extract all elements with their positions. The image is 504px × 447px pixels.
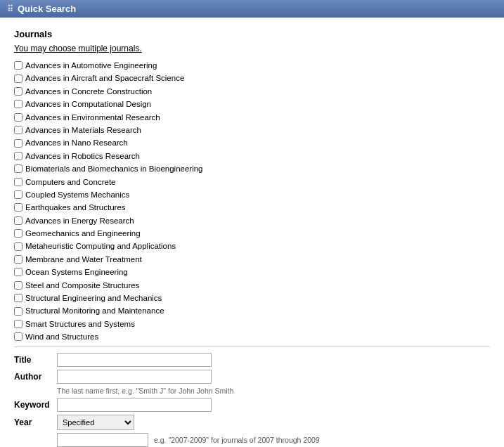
journal-checkbox[interactable] <box>14 216 22 225</box>
journal-label: Structural Monitoring and Maintenance <box>25 304 164 317</box>
journal-label: Structural Engineering and Mechanics <box>25 292 162 304</box>
journal-checkbox[interactable] <box>14 61 22 70</box>
author-input[interactable] <box>57 370 212 384</box>
journal-checkbox[interactable] <box>14 87 22 96</box>
journals-list: Advances in Automotive EngineeringAdvanc… <box>14 59 490 344</box>
journal-item: Steel and Composite Structures <box>14 279 490 292</box>
journal-label: Advances in Environmental Research <box>25 111 160 124</box>
journal-item: Advances in Aircraft and Spacecraft Scie… <box>14 72 490 84</box>
keyword-label: Keyword <box>14 400 53 410</box>
journal-label: Advances in Nano Research <box>25 136 128 149</box>
author-hint: The last name first, e.g. "Smith J" for … <box>57 387 490 395</box>
journal-label: Earthquakes and Structures <box>25 201 126 214</box>
journal-item: Metaheuristic Computing and Applications <box>14 240 490 252</box>
grip-icon: ⠿ <box>7 4 13 14</box>
journal-item: Advances in Nano Research <box>14 136 490 149</box>
journal-checkbox[interactable] <box>14 139 22 148</box>
author-row: Author <box>14 370 490 384</box>
journals-label: Journals <box>14 29 490 39</box>
journal-checkbox[interactable] <box>14 190 22 199</box>
journal-item: Biomaterials and Biomechanics in Bioengi… <box>14 162 490 175</box>
divider <box>14 346 490 347</box>
journal-checkbox[interactable] <box>14 229 22 238</box>
journal-label: Advances in Robotics Research <box>25 150 140 162</box>
journal-checkbox[interactable] <box>14 242 22 251</box>
journal-label: Advances in Energy Research <box>25 214 134 227</box>
year-label: Year <box>14 417 53 427</box>
year-select-row: Year Specified All <box>14 415 490 430</box>
journal-checkbox[interactable] <box>14 100 22 108</box>
author-label: Author <box>14 372 53 382</box>
journal-label: Wind and Structures <box>25 330 98 343</box>
header-title: Quick Search <box>18 4 76 14</box>
journal-label: Advances in Concrete Construction <box>25 85 152 98</box>
journal-checkbox[interactable] <box>14 332 22 341</box>
journal-item: Geomechanics and Engineering <box>14 227 490 240</box>
journal-label: Advances in Materials Research <box>25 124 141 136</box>
journal-label: Advances in Aircraft and Spacecraft Scie… <box>25 72 184 84</box>
journal-label: Metaheuristic Computing and Applications <box>25 240 176 252</box>
search-form: Title Author The last name first, e.g. "… <box>14 353 490 447</box>
journal-checkbox[interactable] <box>14 126 22 134</box>
journal-item: Advances in Energy Research <box>14 214 490 227</box>
year-select[interactable]: Specified All <box>57 415 134 430</box>
title-input[interactable] <box>57 353 212 367</box>
title-label: Title <box>14 355 53 365</box>
journal-label: Smart Structures and Systems <box>25 318 135 330</box>
journal-checkbox[interactable] <box>14 113 22 122</box>
journal-label: Advances in Automotive Engineering <box>25 59 157 72</box>
journal-label: Advances in Computational Design <box>25 98 151 110</box>
journal-item: Wind and Structures <box>14 330 490 343</box>
journal-item: Structural Monitoring and Maintenance <box>14 304 490 317</box>
keyword-input[interactable] <box>57 398 212 412</box>
main-content: Journals You may choose multiple journal… <box>0 18 504 447</box>
journal-item: Smart Structures and Systems <box>14 318 490 330</box>
journal-checkbox[interactable] <box>14 294 22 302</box>
journal-checkbox[interactable] <box>14 178 22 186</box>
year-input-row: e.g. "2007-2009" for journals of 2007 th… <box>57 433 490 447</box>
journal-label: Geomechanics and Engineering <box>25 227 141 240</box>
journal-item: Membrane and Water Treatment <box>14 253 490 266</box>
keyword-row: Keyword <box>14 398 490 412</box>
journal-item: Earthquakes and Structures <box>14 201 490 214</box>
quick-search-header: ⠿ Quick Search <box>0 0 504 18</box>
journal-item: Advances in Computational Design <box>14 98 490 110</box>
journals-hint: You may choose multiple journals. <box>14 44 490 53</box>
year-input[interactable] <box>57 433 148 447</box>
journal-checkbox[interactable] <box>14 203 22 212</box>
journal-item: Advances in Environmental Research <box>14 111 490 124</box>
journal-label: Computers and Concrete <box>25 176 115 188</box>
journal-checkbox[interactable] <box>14 320 22 328</box>
journal-item: Computers and Concrete <box>14 176 490 188</box>
journal-checkbox[interactable] <box>14 74 22 83</box>
journal-item: Ocean Systems Engineering <box>14 266 490 278</box>
journal-checkbox[interactable] <box>14 255 22 264</box>
title-row: Title <box>14 353 490 367</box>
journal-checkbox[interactable] <box>14 164 22 173</box>
journal-label: Steel and Composite Structures <box>25 279 139 292</box>
journal-checkbox[interactable] <box>14 152 22 160</box>
journal-item: Coupled Systems Mechanics <box>14 188 490 201</box>
journal-item: Advances in Materials Research <box>14 124 490 136</box>
journal-item: Structural Engineering and Mechanics <box>14 292 490 304</box>
year-hint: e.g. "2007-2009" for journals of 2007 th… <box>154 436 320 444</box>
journal-checkbox[interactable] <box>14 281 22 290</box>
journal-label: Ocean Systems Engineering <box>25 266 128 278</box>
journal-label: Coupled Systems Mechanics <box>25 188 129 201</box>
journal-checkbox[interactable] <box>14 307 22 316</box>
journal-item: Advances in Automotive Engineering <box>14 59 490 72</box>
journal-label: Membrane and Water Treatment <box>25 253 142 266</box>
journal-item: Advances in Robotics Research <box>14 150 490 162</box>
journal-label: Biomaterials and Biomechanics in Bioengi… <box>25 162 203 175</box>
journal-checkbox[interactable] <box>14 268 22 276</box>
journal-item: Advances in Concrete Construction <box>14 85 490 98</box>
